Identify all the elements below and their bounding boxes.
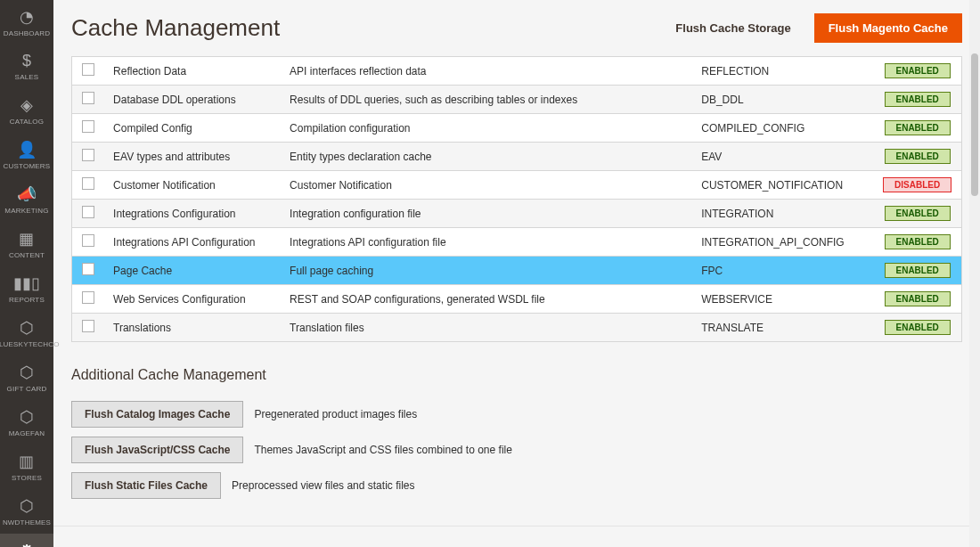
table-row: Reflection DataAPI interfaces reflection… xyxy=(72,57,962,86)
status-badge: ENABLED xyxy=(885,234,951,249)
sidebar-item-magefan[interactable]: ⬡ Magefan xyxy=(0,400,53,445)
description-cell: Integration configuration file xyxy=(281,200,692,228)
checkbox-cell xyxy=(72,114,105,143)
row-checkbox[interactable] xyxy=(82,120,94,133)
cache-type-cell: Web Services Configuration xyxy=(104,285,281,314)
description-cell: Customer Notification xyxy=(281,171,692,200)
header-actions: Flush Cache Storage Flush Magento Cache xyxy=(661,13,962,43)
sidebar-item-system[interactable]: ⚙ System xyxy=(0,534,53,547)
checkbox-cell xyxy=(72,285,105,314)
action-desc: Preprocessed view files and static files xyxy=(232,479,414,492)
sidebar-item-sales[interactable]: $ Sales xyxy=(0,45,53,88)
scrollbar-thumb[interactable] xyxy=(971,53,978,196)
row-checkbox[interactable] xyxy=(82,320,94,332)
description-cell: Translation files xyxy=(281,314,692,342)
action-row: Flush JavaScript/CSS Cache Themes JavaSc… xyxy=(71,437,962,463)
hexagon-icon: ⬡ xyxy=(20,496,34,516)
description-cell: REST and SOAP configurations, generated … xyxy=(281,285,692,314)
sidebar-label: Magefan xyxy=(9,429,45,437)
status-badge: DISABLED xyxy=(883,177,951,192)
sidebar-label: Catalog xyxy=(10,118,44,126)
checkbox-cell xyxy=(72,200,105,228)
sidebar-label: Marketing xyxy=(4,207,48,215)
tag-cell: TRANSLATE xyxy=(692,314,873,342)
flush-cache-storage-button[interactable]: Flush Cache Storage xyxy=(661,13,804,43)
sidebar-item-giftcard[interactable]: ⬡ Gift Card xyxy=(0,355,53,400)
row-checkbox[interactable] xyxy=(82,149,94,161)
checkbox-cell xyxy=(72,314,105,342)
sidebar-item-dashboard[interactable]: ◔ Dashboard xyxy=(0,0,53,45)
status-cell: ENABLED xyxy=(873,285,961,314)
row-checkbox[interactable] xyxy=(82,263,94,275)
status-badge: ENABLED xyxy=(885,120,951,135)
sidebar-item-stores[interactable]: ▥ Stores xyxy=(0,445,53,489)
status-badge: ENABLED xyxy=(885,291,951,306)
checkbox-cell xyxy=(72,86,105,114)
cache-type-cell: Page Cache xyxy=(104,257,281,285)
sidebar-label: Reports xyxy=(9,296,45,304)
flush-catalog-images-button[interactable]: Flush Catalog Images Cache xyxy=(71,401,243,428)
table-row: Web Services ConfigurationREST and SOAP … xyxy=(72,285,962,314)
row-checkbox[interactable] xyxy=(82,291,94,304)
customers-icon: 👤 xyxy=(17,140,37,159)
status-badge: ENABLED xyxy=(885,206,951,221)
cache-type-cell: Integrations API Configuration xyxy=(104,228,281,257)
sidebar-item-marketing[interactable]: 📣 Marketing xyxy=(0,177,53,222)
cache-type-cell: Compiled Config xyxy=(104,114,281,143)
status-cell: ENABLED xyxy=(873,143,961,171)
table-row: Customer NotificationCustomer Notificati… xyxy=(72,171,962,200)
action-desc: Themes JavaScript and CSS files combined… xyxy=(254,444,511,456)
checkbox-cell xyxy=(72,57,105,86)
sidebar-item-customers[interactable]: 👤 Customers xyxy=(0,133,53,177)
sidebar-item-blueskytechco[interactable]: ⬡ BlueSkyTechCo xyxy=(0,311,53,355)
sidebar-item-content[interactable]: ▦ Content xyxy=(0,222,53,266)
row-checkbox[interactable] xyxy=(82,63,94,76)
page-header: Cache Management Flush Cache Storage Flu… xyxy=(53,0,980,56)
cache-type-cell: Customer Notification xyxy=(104,171,281,200)
sidebar-label: Dashboard xyxy=(4,29,50,37)
checkbox-cell xyxy=(72,257,105,285)
sales-icon: $ xyxy=(22,52,31,70)
cache-type-cell: Reflection Data xyxy=(104,57,281,86)
footer: ⬢ Copyright © 2023 Magento Commerce Inc.… xyxy=(53,526,980,547)
table-row: Database DDL operationsResults of DDL qu… xyxy=(72,86,962,114)
description-cell: API interfaces reflection data xyxy=(281,57,692,86)
table-row: EAV types and attributesEntity types dec… xyxy=(72,143,962,171)
description-cell: Results of DDL queries, such as describi… xyxy=(281,86,692,114)
checkbox-cell xyxy=(72,143,105,171)
description-cell: Entity types declaration cache xyxy=(281,143,692,171)
row-checkbox[interactable] xyxy=(82,234,94,247)
sidebar-label: Gift Card xyxy=(7,385,47,393)
content-area: Reflection DataAPI interfaces reflection… xyxy=(53,56,980,499)
description-cell: Compilation configuration xyxy=(281,114,692,143)
sidebar-label: Customers xyxy=(4,162,51,170)
status-badge: ENABLED xyxy=(885,92,951,107)
table-row: Page CacheFull page cachingFPCENABLED xyxy=(72,257,962,285)
row-checkbox[interactable] xyxy=(82,177,94,190)
dashboard-icon: ◔ xyxy=(20,7,34,27)
tag-cell: INTEGRATION xyxy=(692,200,873,228)
tag-cell: FPC xyxy=(692,257,873,285)
row-checkbox[interactable] xyxy=(82,206,94,218)
tag-cell: INTEGRATION_API_CONFIG xyxy=(692,228,873,257)
status-cell: ENABLED xyxy=(873,257,961,285)
cache-type-cell: Integrations Configuration xyxy=(104,200,281,228)
scrollbar-track[interactable] xyxy=(969,0,980,547)
cache-type-cell: Translations xyxy=(104,314,281,342)
tag-cell: EAV xyxy=(692,143,873,171)
flush-magento-cache-button[interactable]: Flush Magento Cache xyxy=(814,13,962,43)
row-checkbox[interactable] xyxy=(82,92,94,104)
sidebar-item-catalog[interactable]: ◈ Catalog xyxy=(0,88,53,133)
checkbox-cell xyxy=(72,171,105,200)
sidebar-item-reports[interactable]: ▮▮▯ Reports xyxy=(0,266,53,311)
cache-type-cell: EAV types and attributes xyxy=(104,143,281,171)
status-badge: ENABLED xyxy=(885,320,951,335)
flush-static-files-button[interactable]: Flush Static Files Cache xyxy=(71,472,221,499)
status-cell: DISABLED xyxy=(873,171,961,200)
status-cell: ENABLED xyxy=(873,314,961,342)
main-content: Cache Management Flush Cache Storage Flu… xyxy=(53,0,980,547)
sidebar-label: BlueSkyTechCo xyxy=(0,340,60,348)
status-badge: ENABLED xyxy=(885,149,951,164)
sidebar-item-nwdthemes[interactable]: ⬡ NWDThemes xyxy=(0,489,53,534)
flush-js-css-button[interactable]: Flush JavaScript/CSS Cache xyxy=(71,437,243,463)
